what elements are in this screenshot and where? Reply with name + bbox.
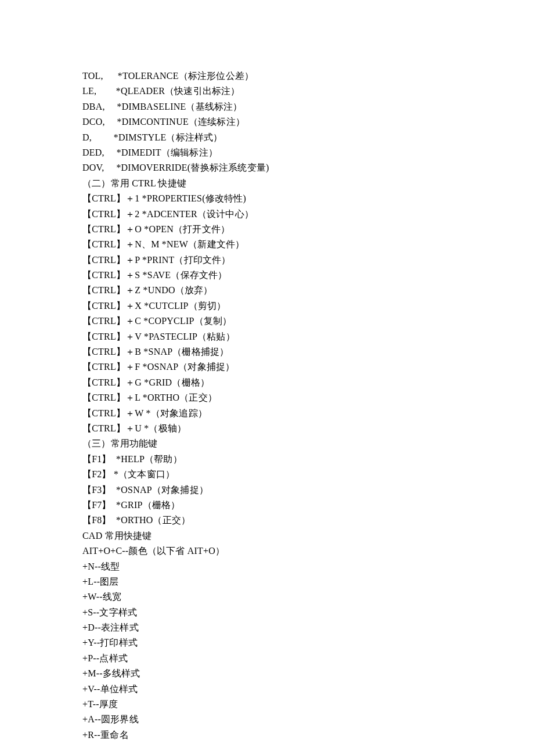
text-line: +M--多线样式: [82, 666, 534, 681]
text-line: 【CTRL】＋S *SAVE（保存文件）: [82, 268, 534, 283]
text-line: LE, *QLEADER（快速引出标注）: [82, 84, 534, 99]
text-line: +A--圆形界线: [82, 712, 534, 727]
text-line: （二）常用 CTRL 快捷键: [82, 176, 534, 191]
text-line: 【F3】 *OSNAP（对象捕捉）: [82, 483, 534, 498]
text-line: +V--单位样式: [82, 682, 534, 697]
text-line: 【CTRL】＋1 *PROPERTIES(修改特性): [82, 191, 534, 206]
text-line: CAD 常用快捷键: [82, 528, 534, 543]
text-line: 【CTRL】＋Z *UNDO（放弃）: [82, 283, 534, 298]
text-line: 【F1】 *HELP（帮助）: [82, 452, 534, 467]
text-line: 【CTRL】＋C *COPYCLIP（复制）: [82, 314, 534, 329]
text-line: AIT+O+C--颜色（以下省 AIT+O）: [82, 543, 534, 559]
text-line: 【CTRL】＋L *ORTHO（正交）: [82, 390, 534, 405]
text-line: +R--重命名: [82, 728, 534, 743]
text-line: 【CTRL】＋X *CUTCLIP（剪切）: [82, 298, 534, 314]
text-line: +T--厚度: [82, 697, 534, 712]
text-line: 【CTRL】＋F *OSNAP（对象捕捉）: [82, 359, 534, 375]
text-line: 【CTRL】＋V *PASTECLIP（粘贴）: [82, 329, 534, 344]
text-line: 【CTRL】＋G *GRID（栅格）: [82, 375, 534, 390]
document-body: TOL, *TOLERANCE（标注形位公差）LE, *QLEADER（快速引出…: [0, 0, 534, 743]
text-line: 【F2】 *（文本窗口）: [82, 467, 534, 482]
text-line: +Y--打印样式: [82, 635, 534, 650]
text-line: 【CTRL】＋2 *ADCENTER（设计中心）: [82, 207, 534, 222]
text-line: 【CTRL】＋U *（极轴）: [82, 421, 534, 436]
text-line: 【F8】 *ORTHO（正交）: [82, 513, 534, 528]
text-line: 【CTRL】＋O *OPEN（打开文件）: [82, 222, 534, 237]
text-line: TOL, *TOLERANCE（标注形位公差）: [82, 69, 534, 84]
text-line: DCO, *DIMCONTINUE（连续标注）: [82, 114, 534, 129]
text-line: +D--表注样式: [82, 620, 534, 635]
text-line: +P--点样式: [82, 651, 534, 666]
text-line: DOV, *DIMOVERRIDE(替换标注系统变量): [82, 160, 534, 175]
text-line: 【CTRL】＋W *（对象追踪）: [82, 406, 534, 421]
text-line: 【CTRL】＋P *PRINT（打印文件）: [82, 253, 534, 268]
text-line: DBA, *DIMBASELINE（基线标注）: [82, 99, 534, 114]
text-line: 【CTRL】＋N、M *NEW（新建文件）: [82, 237, 534, 252]
text-line: +S--文字样式: [82, 605, 534, 620]
text-line: 【F7】 *GRIP（栅格）: [82, 498, 534, 513]
text-line: +W--线宽: [82, 589, 534, 604]
text-line: D, *DIMSTYLE（标注样式）: [82, 130, 534, 145]
text-line: （三）常用功能键: [82, 436, 534, 451]
text-line: +N--线型: [82, 559, 534, 574]
text-line: 【CTRL】＋B *SNAP（栅格捕捉）: [82, 344, 534, 359]
text-line: DED, *DIMEDIT（编辑标注）: [82, 145, 534, 160]
text-line: +L--图层: [82, 574, 534, 589]
